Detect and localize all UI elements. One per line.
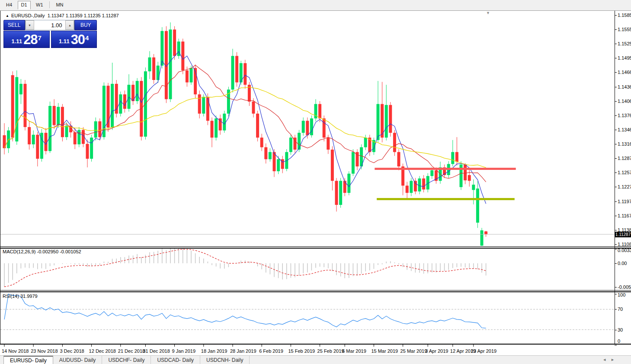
symbol-tab-usdcad[interactable]: USDCAD- Daily [151,356,200,364]
axis-tick [615,287,617,287]
axis-label: 1.13465 [618,127,631,132]
axis-label: 1.15850 [618,13,631,18]
axis-label: 1.14660 [618,70,631,75]
scroll-left-arrow-icon[interactable]: ◄ [602,358,611,362]
macd-pane-top-border[interactable] [0,248,631,249]
sell-price-point: 7 [38,34,42,42]
axis-label: 1.12570 [618,170,631,175]
date-label: 6 Feb 2019 [259,348,283,354]
symbol-tab-usdcnh[interactable]: USDCNH- Daily [200,356,250,364]
axis-tick [615,58,617,58]
date-label: 23 Nov 2018 [31,348,58,354]
axis-tick [615,309,617,310]
lot-size-box: ▼ 1.00 ▲ [25,20,75,30]
chart-symbol-label: EURUSD-,Daily [11,13,45,18]
axis-tick [615,29,617,30]
date-label: 18 Jan 2019 [201,348,227,354]
axis-tick [615,172,617,173]
axis-tick [615,330,617,330]
ma-slow-line [4,87,486,167]
collapse-triangle-icon[interactable]: ▲ [6,14,9,18]
axis-tick [615,201,617,202]
axis-label: 0 [618,338,620,344]
chart-ohlc-values: 1.11347 1.11359 1.11235 1.11287 [48,13,119,18]
symbol-tab-audusd[interactable]: AUDUSD- Daily [53,356,102,364]
axis-label: 1.14060 [618,99,631,104]
terminal-window: H4 D1 W1 MN ▲EURUSD-,Daily 1.11347 1.113… [0,0,631,364]
rsi-indicator-label: RSI(14) 31.9979 [3,294,38,299]
symbol-tab-usdchf[interactable]: USDCHF- Daily [102,356,151,364]
axis-label: 30 [618,327,623,332]
axis-tick [615,244,617,245]
chart-left-border [0,11,0,344]
buy-button[interactable]: BUY [74,20,97,30]
axis-tick [615,187,617,187]
date-label: 21 Dec 2018 [118,348,145,354]
date-label: 12 Dec 2018 [89,348,116,354]
macd-signal-line [4,249,486,287]
axis-label: 1.14955 [618,55,631,61]
date-label: 23 Apr 2019 [471,348,496,354]
one-click-trading-panel: SELL ▼ 1.00 ▲ BUY 1.11 28 7 1.11 30 [3,20,97,48]
sell-price-button[interactable]: 1.11 28 7 [3,31,50,48]
axis-tick [615,87,617,87]
axis-label: 1.14360 [618,84,631,89]
lot-size-input[interactable]: 1.00 [34,20,66,30]
date-label: 25 Feb 2019 [317,348,344,354]
buy-price-prefix: 1.11 [59,38,70,45]
date-label: 14 Nov 2018 [2,348,29,354]
sell-price-prefix: 1.11 [12,38,22,45]
axis-tick [615,263,617,264]
axis-tick [615,345,617,345]
axis-label: 1.12275 [618,184,631,189]
axis-label: 0.00 [618,261,627,266]
macd-indicator-label: MACD(12,26,9) -0.002950 -0.001052 [3,249,81,254]
axis-tick [615,294,617,294]
lot-decrease-button[interactable]: ▼ [26,20,34,30]
buy-price-button[interactable]: 1.11 30 4 [51,31,97,48]
sell-button[interactable]: SELL [3,20,25,30]
axis-tick [615,249,617,249]
chart-title: ▲EURUSD-,Daily 1.11347 1.11359 1.11235 1… [6,13,119,18]
axis-tick [615,130,617,130]
symbol-tab-bar: EURUSD- Daily AUDUSD- Daily USDCHF- Dail… [0,355,631,364]
axis-label: 1.12870 [618,156,631,161]
lot-increase-button[interactable]: ▲ [65,20,74,30]
axis-tick [615,44,617,44]
chart-shift-marker-icon[interactable]: ▼ [486,11,490,15]
date-label: 28 Jan 2019 [230,348,256,354]
date-label: 6 Mar 2019 [342,348,366,354]
axis-label: 1.11975 [618,199,631,204]
axis-tick [615,144,617,144]
axis-label: 1.11080 [618,242,631,247]
price-chart[interactable] [0,0,631,364]
buy-price-pips: 30 [71,33,85,46]
macd-histogram [4,249,486,287]
date-label: 15 Mar 2019 [371,348,398,354]
rsi-line [4,294,486,328]
axis-label: 70 [618,307,623,312]
sell-price-pips: 28 [23,33,37,46]
date-label: 3 Apr 2019 [425,348,448,354]
axis-tick [615,158,617,159]
scroll-right-arrow-icon[interactable]: ► [611,358,619,362]
axis-tick [615,216,617,216]
axis-label: 1.15550 [618,27,631,32]
axis-label: 100 [618,292,625,297]
date-label: 31 Dec 2018 [143,348,170,354]
symbol-tab-eurusd[interactable]: EURUSD- Daily [3,356,53,364]
axis-tick [615,101,617,102]
date-label: 9 Jan 2019 [172,348,195,354]
buy-price-point: 4 [85,34,89,42]
bid-price-tag: 1.11287 [615,232,631,237]
date-label: 3 Dec 2018 [60,348,84,354]
rsi-pane-top-border[interactable] [0,291,631,292]
axis-label: -0.005663 [618,284,631,290]
date-label: 15 Feb 2019 [288,348,315,354]
axis-label: 1.15255 [618,41,631,46]
axis-tick [615,15,617,16]
axis-label: 1.13765 [618,113,631,118]
axis-tick [615,115,617,116]
axis-label: 1.11675 [618,213,631,218]
macd-pane-bottom-border [0,290,631,291]
